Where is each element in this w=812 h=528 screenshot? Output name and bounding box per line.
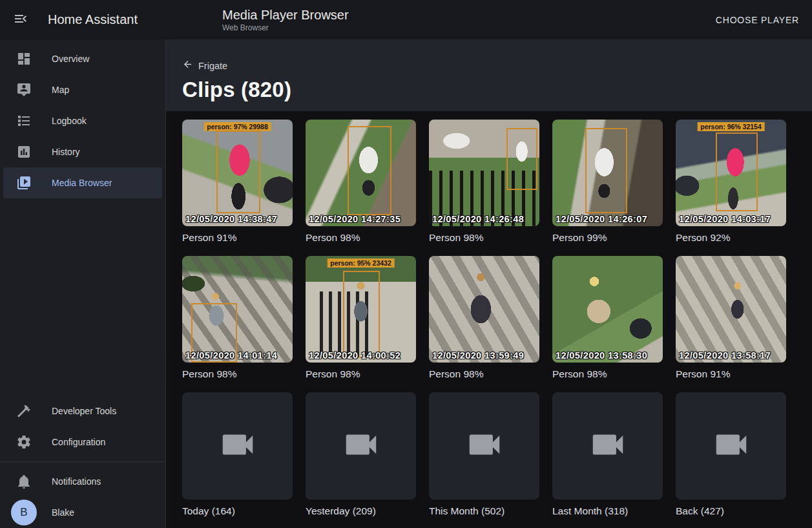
clip-label: Person 99% (552, 232, 663, 244)
clip-label: Person 92% (676, 232, 786, 244)
clip-card[interactable]: 12/05/2020 14:26:07 Person 99% (552, 120, 663, 244)
clip-thumbnail: 12/05/2020 14:01:14 (182, 256, 293, 363)
arrow-left-icon (182, 59, 193, 72)
clip-thumbnail: person: 95% 23432 12/05/2020 14:00:52 (306, 256, 416, 363)
clip-timestamp-overlay: 12/05/2020 13:59:49 (432, 350, 524, 361)
video-camera-icon (218, 425, 258, 467)
media-grid: person: 97% 29988 12/05/2020 14:38:47 Pe… (182, 120, 796, 528)
sidebar-item-configuration[interactable]: Configuration (3, 427, 162, 458)
gear-icon (16, 434, 32, 450)
clip-card[interactable]: person: 96% 32154 12/05/2020 14:03:17 Pe… (676, 120, 786, 244)
clip-card[interactable]: person: 97% 29988 12/05/2020 14:38:47 Pe… (182, 120, 293, 244)
clip-label: Person 98% (182, 368, 293, 380)
map-account-icon (16, 82, 32, 98)
clip-card[interactable]: 12/05/2020 13:58:30 Person 98% (552, 256, 663, 380)
hammer-icon (16, 403, 32, 419)
clip-timestamp-overlay: 12/05/2020 14:03:17 (679, 214, 771, 224)
folder-card-today[interactable]: Today (164) (182, 392, 293, 517)
logbook-list-icon (16, 113, 32, 129)
folder-card-yesterday[interactable]: Yesterday (209) (306, 392, 416, 517)
folder-thumbnail (429, 392, 539, 500)
sidebar-item-user-profile[interactable]: B Blake (3, 497, 162, 528)
media-grid-scroll-area[interactable]: person: 97% 29988 12/05/2020 14:38:47 Pe… (166, 111, 812, 528)
sidebar: Overview Map Logbook History (0, 39, 166, 528)
sidebar-item-label: Configuration (52, 437, 105, 447)
sidebar-item-logbook[interactable]: Logbook (3, 105, 162, 136)
sidebar-item-label: Notifications (52, 476, 101, 487)
sidebar-item-developer-tools[interactable]: Developer Tools (3, 396, 162, 427)
detection-label: person: 95% 23432 (327, 259, 395, 268)
clip-card[interactable]: person: 95% 23432 12/05/2020 14:00:52 Pe… (306, 256, 416, 380)
top-app-bar: Home Assistant Media Player Browser Web … (0, 0, 812, 39)
clip-thumbnail: 12/05/2020 14:26:48 (429, 120, 539, 226)
folder-label: Today (164) (182, 505, 293, 517)
folder-card-last-month[interactable]: Last Month (318) (552, 392, 663, 517)
avatar: B (11, 500, 37, 525)
sidebar-spacer (0, 198, 165, 396)
clip-thumbnail: 12/05/2020 14:27:35 (306, 120, 416, 226)
folder-label: This Month (502) (429, 505, 539, 517)
folder-thumbnail (676, 392, 786, 500)
detection-bounding-box (716, 132, 758, 211)
clip-timestamp-overlay: 12/05/2020 14:26:48 (432, 214, 524, 224)
video-camera-icon (464, 425, 505, 467)
sidebar-item-label: Overview (52, 54, 89, 64)
folder-card-this-month[interactable]: This Month (502) (429, 392, 539, 517)
detection-bounding-box (216, 131, 260, 214)
clip-card[interactable]: 12/05/2020 13:58:17 Person 91% (676, 256, 786, 380)
clip-thumbnail: 12/05/2020 13:59:49 (429, 256, 539, 363)
folder-card-back[interactable]: Back (427) (676, 392, 786, 517)
bell-icon (16, 474, 32, 489)
clip-thumbnail: 12/05/2020 13:58:17 (676, 256, 786, 363)
clip-label: Person 98% (306, 368, 416, 380)
clip-card[interactable]: 12/05/2020 14:01:14 Person 98% (182, 256, 293, 380)
sidebar-item-notifications[interactable]: Notifications (3, 466, 162, 497)
panel-subtitle: Web Browser (222, 23, 711, 32)
clip-card[interactable]: 12/05/2020 14:27:35 Person 98% (306, 120, 416, 244)
topbar-left: Home Assistant (0, 5, 166, 36)
folder-thumbnail (182, 392, 293, 500)
clip-label: Person 91% (182, 232, 293, 244)
sidebar-item-label: Media Browser (52, 178, 112, 188)
sidebar-toggle-button[interactable] (5, 5, 36, 36)
clip-label: Person 98% (429, 368, 539, 380)
sidebar-divider (0, 461, 165, 462)
choose-player-button[interactable]: CHOOSE PLAYER (711, 10, 812, 30)
sidebar-item-map[interactable]: Map (3, 74, 162, 105)
detection-bounding-box (506, 128, 537, 190)
clip-label: Person 98% (429, 232, 539, 244)
clip-card[interactable]: 12/05/2020 14:26:48 Person 98% (429, 120, 539, 244)
sidebar-item-overview[interactable]: Overview (3, 43, 162, 74)
breadcrumb[interactable]: Frigate (182, 59, 227, 72)
video-camera-icon (341, 425, 381, 467)
video-camera-icon (711, 425, 751, 467)
detection-bounding-box (348, 126, 391, 216)
clip-timestamp-overlay: 12/05/2020 14:01:14 (185, 350, 277, 361)
detection-label: person: 96% 32154 (697, 122, 765, 131)
clip-thumbnail: 12/05/2020 14:26:07 (552, 120, 663, 226)
clip-label: Person 98% (306, 232, 416, 244)
clip-timestamp-overlay: 12/05/2020 13:58:17 (679, 350, 771, 361)
clip-timestamp-overlay: 12/05/2020 13:58:30 (556, 350, 647, 361)
video-camera-icon (588, 425, 628, 467)
sidebar-item-history[interactable]: History (3, 136, 162, 167)
content-header: Frigate Clips (820) (166, 39, 812, 111)
sidebar-item-media-browser[interactable]: Media Browser (3, 167, 162, 198)
clip-timestamp-overlay: 12/05/2020 14:27:35 (309, 214, 401, 224)
clip-timestamp-overlay: 12/05/2020 14:26:07 (556, 214, 647, 224)
menu-open-icon (13, 11, 28, 28)
folder-thumbnail (552, 392, 663, 500)
panel-title: Media Player Browser (222, 7, 711, 23)
clip-card[interactable]: 12/05/2020 13:59:49 Person 98% (429, 256, 539, 380)
media-browser-panel: Frigate Clips (820) person: 97% 29988 12… (166, 39, 812, 528)
page-title: Clips (820) (182, 78, 812, 102)
clip-thumbnail: 12/05/2020 13:58:30 (552, 256, 663, 363)
app-title: Home Assistant (48, 12, 138, 27)
user-name: Blake (52, 507, 74, 518)
sidebar-item-label: Map (52, 85, 69, 95)
folder-label: Last Month (318) (552, 505, 663, 517)
view-dashboard-icon (16, 51, 32, 67)
panel-header: Media Player Browser Web Browser (166, 7, 711, 32)
home-assistant-app: Home Assistant Media Player Browser Web … (0, 0, 812, 528)
clip-label: Person 98% (552, 368, 663, 380)
